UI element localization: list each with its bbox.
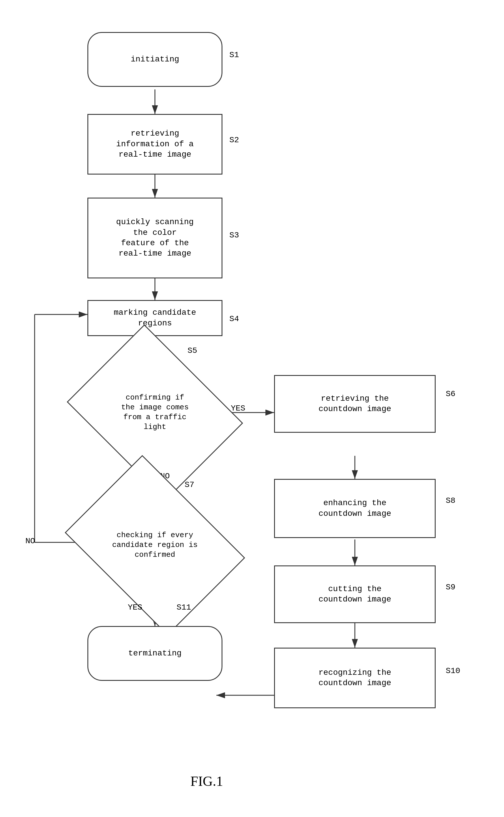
s4-step-label: S4 <box>229 314 239 323</box>
s5-yes-label: YES <box>231 404 245 413</box>
s4-marking: marking candidate regions <box>87 300 222 336</box>
s1-label: initiating <box>131 54 179 65</box>
s6-step-label: S6 <box>446 389 456 398</box>
s10-text: recognizing the countdown image <box>318 668 391 689</box>
s7-diamond: checking if every candidate region is co… <box>65 455 245 635</box>
s8-text: enhancing the countdown image <box>318 498 391 519</box>
terminating-label: terminating <box>128 648 182 659</box>
s3-text: quickly scanning the color feature of th… <box>116 217 194 259</box>
s2-text: retrieving information of a real-time im… <box>116 128 194 160</box>
s5-step-label: S5 <box>188 346 197 355</box>
s9-step-label: S9 <box>446 583 456 592</box>
s10-recognizing: recognizing the countdown image <box>274 648 436 708</box>
s7-text: checking if every candidate region is co… <box>112 531 198 560</box>
fig-caption: FIG.1 <box>190 773 223 789</box>
s11-step-label: S11 <box>177 603 191 612</box>
s1-step-label: S1 <box>229 50 239 59</box>
s4-text: marking candidate regions <box>114 308 196 329</box>
s10-step-label: S10 <box>446 666 460 675</box>
s3-scanning: quickly scanning the color feature of th… <box>87 198 222 278</box>
s7-step-label: S7 <box>185 480 194 489</box>
s7-no-label: NO <box>25 537 35 546</box>
s6-text: retrieving the countdown image <box>318 393 391 415</box>
s9-text: cutting the countdown image <box>318 584 391 605</box>
s7-yes-label: YES <box>128 603 142 612</box>
s8-enhancing: enhancing the countdown image <box>274 479 436 538</box>
s1-initiating: initiating <box>87 32 222 87</box>
s3-step-label: S3 <box>229 231 239 240</box>
s2-step-label: S2 <box>229 136 239 145</box>
s11-terminating: terminating <box>87 626 222 681</box>
s8-step-label: S8 <box>446 496 456 505</box>
s2-retrieving-info: retrieving information of a real-time im… <box>87 114 222 175</box>
s9-cutting: cutting the countdown image <box>274 565 436 623</box>
s5-text: confirming if the image comes from a tra… <box>121 393 189 432</box>
s6-retrieving-countdown: retrieving the countdown image <box>274 375 436 433</box>
